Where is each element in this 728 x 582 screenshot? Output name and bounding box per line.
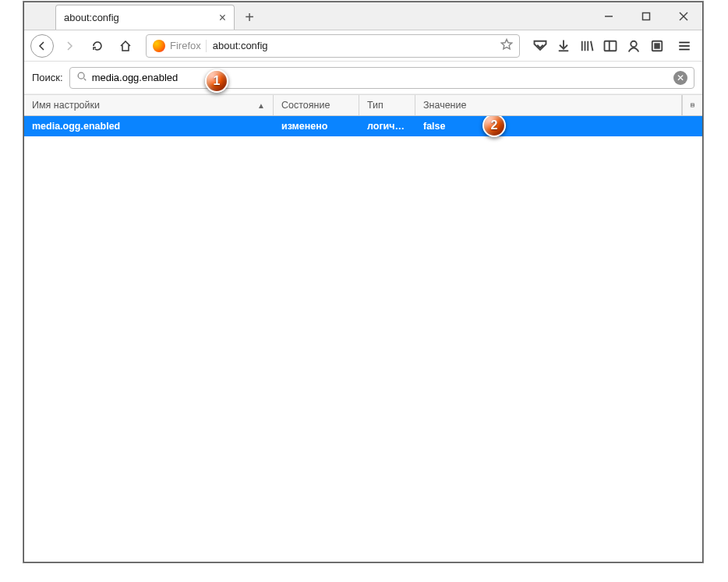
toolbar-icons xyxy=(532,38,665,54)
browser-window: about:config × + Firefox about:config xyxy=(23,2,703,563)
menu-button[interactable] xyxy=(673,39,696,53)
column-header-name-label: Имя настройки xyxy=(32,100,100,111)
column-header-type[interactable]: Тип xyxy=(359,95,415,115)
config-table-header: Имя настройки ▲ Состояние Тип Значение xyxy=(24,94,702,116)
identity-label: Firefox xyxy=(170,40,201,51)
search-icon xyxy=(76,71,87,84)
tab-spacer xyxy=(24,2,55,30)
tab-title: about:config xyxy=(64,12,213,23)
identity-box[interactable]: Firefox xyxy=(153,40,207,52)
minimize-button[interactable] xyxy=(590,2,627,30)
url-bar[interactable]: Firefox about:config xyxy=(146,34,520,58)
window-controls xyxy=(590,2,702,30)
home-button[interactable] xyxy=(113,34,138,58)
column-header-state[interactable]: Состояние xyxy=(274,95,359,115)
new-tab-button[interactable]: + xyxy=(236,5,263,30)
search-box[interactable]: ✕ xyxy=(69,67,694,89)
svg-rect-14 xyxy=(691,104,694,107)
back-button[interactable] xyxy=(30,34,54,58)
column-header-value[interactable]: Значение xyxy=(415,95,682,115)
svg-line-13 xyxy=(83,79,86,81)
column-header-name[interactable]: Имя настройки ▲ xyxy=(24,95,274,115)
extension-icon[interactable] xyxy=(649,38,665,54)
svg-point-6 xyxy=(631,41,637,47)
browser-tab[interactable]: about:config × xyxy=(55,5,235,30)
column-header-value-label: Значение xyxy=(423,100,466,111)
pref-value: false xyxy=(415,121,702,132)
account-icon[interactable] xyxy=(626,38,641,54)
search-input[interactable] xyxy=(92,72,669,83)
reload-button[interactable] xyxy=(85,34,110,58)
close-tab-icon[interactable]: × xyxy=(219,11,226,25)
downloads-icon[interactable] xyxy=(556,38,571,54)
nav-toolbar: Firefox about:config xyxy=(24,30,702,62)
pref-type: логичес... xyxy=(359,121,415,132)
svg-rect-8 xyxy=(654,43,660,49)
library-icon[interactable] xyxy=(579,38,595,54)
sidebar-icon[interactable] xyxy=(603,38,618,54)
column-header-type-label: Тип xyxy=(367,100,383,111)
svg-point-12 xyxy=(78,72,84,79)
pocket-save-icon[interactable] xyxy=(532,38,548,54)
maximize-button[interactable] xyxy=(627,2,665,30)
config-rows: media.ogg.enabled изменено логичес... fa… xyxy=(24,116,702,562)
column-picker-button[interactable] xyxy=(682,95,702,115)
config-row[interactable]: media.ogg.enabled изменено логичес... fa… xyxy=(24,116,702,136)
bookmark-star-icon[interactable] xyxy=(500,38,513,53)
sort-ascending-icon: ▲ xyxy=(257,101,265,110)
svg-rect-4 xyxy=(605,41,617,51)
clear-search-icon[interactable]: ✕ xyxy=(673,71,687,85)
config-search-row: Поиск: ✕ 1 xyxy=(24,62,702,94)
pref-state: изменено xyxy=(274,121,359,132)
forward-button[interactable] xyxy=(57,34,82,58)
pref-name: media.ogg.enabled xyxy=(24,121,274,132)
firefox-logo-icon xyxy=(153,40,165,52)
tab-strip: about:config × + xyxy=(24,2,702,30)
search-label: Поиск: xyxy=(32,72,63,83)
column-header-state-label: Состояние xyxy=(281,100,330,111)
url-text: about:config xyxy=(213,40,494,51)
close-window-button[interactable] xyxy=(665,2,702,30)
svg-rect-1 xyxy=(643,12,650,19)
